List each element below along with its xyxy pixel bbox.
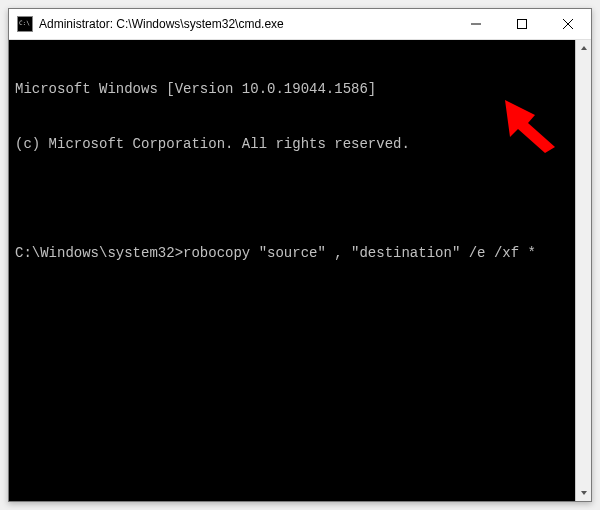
scroll-up-button[interactable] (576, 40, 591, 56)
svg-marker-7 (581, 46, 587, 50)
prompt-path: C:\Windows\system32> (15, 245, 183, 261)
cmd-icon: C:\ (17, 16, 33, 32)
copyright-line: (c) Microsoft Corporation. All rights re… (15, 135, 585, 153)
scroll-track[interactable] (576, 56, 591, 485)
window-title: Administrator: C:\Windows\system32\cmd.e… (39, 17, 453, 31)
scroll-down-button[interactable] (576, 485, 591, 501)
svg-text:C:\: C:\ (19, 19, 30, 26)
console-area[interactable]: Microsoft Windows [Version 10.0.19044.15… (9, 40, 591, 501)
window-controls (453, 9, 591, 39)
vertical-scrollbar[interactable] (575, 40, 591, 501)
maximize-button[interactable] (499, 9, 545, 39)
blank-line (15, 190, 585, 208)
svg-marker-8 (581, 491, 587, 495)
close-button[interactable] (545, 9, 591, 39)
prompt-line: C:\Windows\system32>robocopy "source" , … (15, 244, 585, 262)
titlebar[interactable]: C:\ Administrator: C:\Windows\system32\c… (9, 9, 591, 40)
cmd-window: C:\ Administrator: C:\Windows\system32\c… (8, 8, 592, 502)
minimize-button[interactable] (453, 9, 499, 39)
command-input[interactable]: robocopy "source" , "destination" /e /xf… (183, 245, 536, 261)
version-line: Microsoft Windows [Version 10.0.19044.15… (15, 80, 585, 98)
svg-rect-4 (518, 20, 527, 29)
